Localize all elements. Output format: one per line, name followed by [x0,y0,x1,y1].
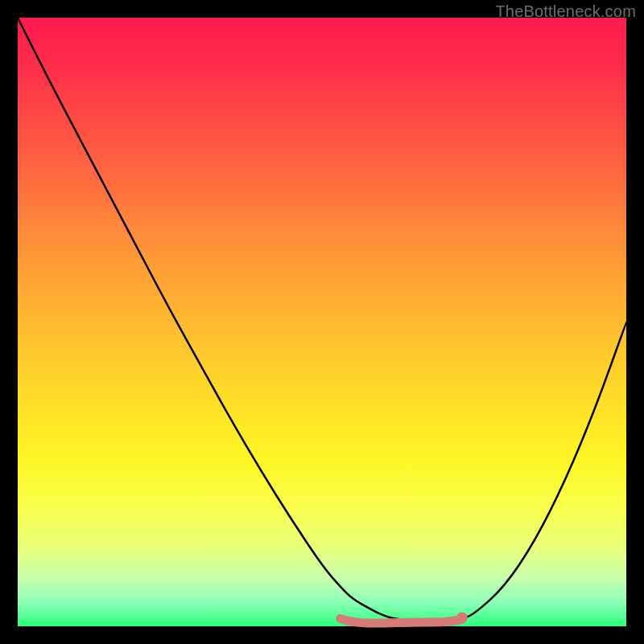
svg-point-0 [456,612,468,623]
bottleneck-curve [18,18,626,626]
chart-frame: TheBottleneck.com [0,0,644,644]
heat-gradient-plot [18,18,626,626]
